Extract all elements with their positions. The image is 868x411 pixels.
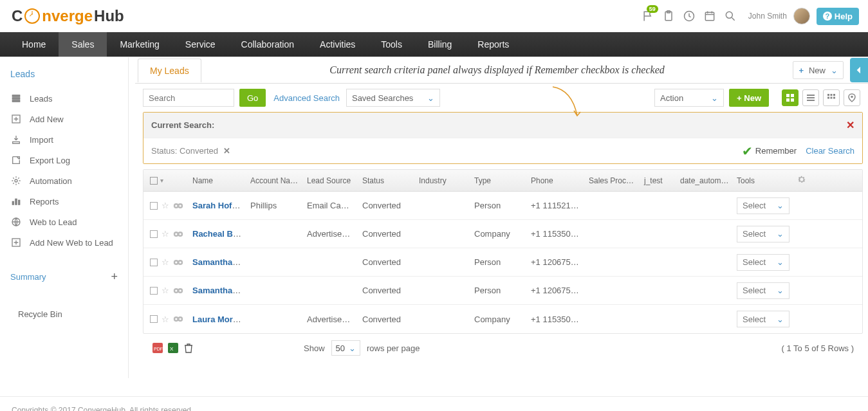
row-tool-select[interactable]: Select⌄ — [737, 254, 790, 271]
sidebar-summary[interactable]: Summary + — [0, 263, 128, 290]
row-checkbox[interactable] — [150, 287, 158, 295]
clipboard-icon[interactable] — [662, 10, 675, 23]
lead-name-link[interactable]: Samantha … — [192, 257, 243, 267]
help-button[interactable]: Help — [817, 8, 859, 25]
th-type[interactable]: Type — [470, 176, 527, 185]
action-select[interactable]: Action ⌄ — [654, 89, 724, 107]
nav-item-reports[interactable]: Reports — [465, 32, 522, 57]
svg-point-36 — [180, 233, 181, 235]
nav-item-sales[interactable]: Sales — [59, 32, 107, 57]
th-date[interactable]: date_autom… — [676, 176, 733, 185]
export-xls-icon[interactable]: X — [167, 342, 179, 354]
sidebar-item-reports[interactable]: Reports — [0, 191, 128, 212]
new-dropdown[interactable]: + New ⌄ — [793, 61, 844, 79]
remember-checkbox[interactable]: ✔ Remember — [742, 146, 797, 156]
th-name[interactable]: Name — [189, 176, 246, 185]
plus-icon[interactable]: + — [111, 270, 118, 284]
owl-icon[interactable] — [173, 202, 183, 210]
nav-item-home[interactable]: Home — [0, 32, 59, 57]
sidebar-item-import[interactable]: Import — [0, 129, 128, 150]
close-icon[interactable]: ✕ — [846, 119, 854, 131]
sidebar-title[interactable]: Leads — [0, 64, 128, 84]
owl-icon[interactable] — [173, 230, 183, 238]
th-status[interactable]: Status — [358, 176, 415, 185]
avatar[interactable] — [793, 8, 810, 24]
export-pdf-icon[interactable]: PDF — [152, 342, 163, 354]
row-tool-select[interactable]: Select⌄ — [737, 282, 790, 299]
bars-icon — [10, 196, 22, 206]
row-tool-select[interactable]: Select⌄ — [737, 197, 790, 214]
nav-item-service[interactable]: Service — [172, 32, 228, 57]
lead-name-link[interactable]: Laura Morgan — [192, 315, 246, 324]
view-map-icon[interactable] — [844, 89, 860, 106]
sidebar-item-export-log[interactable]: Export Log — [0, 150, 128, 170]
sidebar-item-automation[interactable]: Automation — [0, 170, 128, 191]
nav-item-collaboration[interactable]: Collaboration — [228, 32, 308, 57]
collapse-panel-button[interactable] — [850, 58, 868, 82]
th-account[interactable]: Account Name — [246, 176, 303, 185]
go-button[interactable]: Go — [239, 89, 266, 107]
clock-icon[interactable] — [683, 10, 696, 23]
nav-item-activities[interactable]: Activities — [307, 32, 368, 57]
advanced-search-link[interactable]: Advanced Search — [273, 93, 340, 103]
star-icon[interactable]: ☆ — [162, 315, 169, 324]
svg-rect-11 — [15, 199, 17, 205]
lead-name-link[interactable]: Racheal Bev… — [192, 229, 246, 239]
search-input[interactable] — [143, 89, 234, 107]
star-icon[interactable]: ☆ — [162, 229, 169, 239]
row-checkbox[interactable] — [150, 315, 158, 323]
delete-icon[interactable] — [183, 342, 194, 354]
saved-searches-select[interactable]: Saved Searches ⌄ — [346, 89, 440, 107]
svg-point-32 — [180, 205, 181, 206]
page-size-select[interactable]: 50 ⌄ — [331, 340, 360, 356]
new-button[interactable]: + New — [729, 89, 769, 107]
owl-icon[interactable] — [173, 287, 183, 295]
row-tool-select[interactable]: Select⌄ — [737, 226, 790, 242]
owl-icon[interactable] — [173, 315, 183, 323]
sidebar-item-leads[interactable]: Leads — [0, 88, 128, 109]
star-icon[interactable]: ☆ — [162, 257, 169, 267]
th-industry[interactable]: Industry — [415, 176, 470, 185]
row-checkbox[interactable] — [150, 259, 158, 266]
star-icon[interactable]: ☆ — [162, 286, 169, 295]
view-kanban-icon[interactable] — [823, 89, 840, 106]
th-source[interactable]: Lead Source — [303, 176, 358, 185]
nav-item-billing[interactable]: Billing — [415, 32, 465, 57]
svg-rect-18 — [791, 98, 794, 102]
select-all-checkbox[interactable] — [150, 177, 158, 185]
view-grid-icon[interactable] — [782, 89, 799, 106]
nav-item-tools[interactable]: Tools — [368, 32, 415, 57]
star-icon[interactable]: ☆ — [162, 201, 169, 210]
owl-icon[interactable] — [173, 259, 183, 266]
row-checkbox[interactable] — [150, 202, 158, 210]
sidebar-item-web-to-lead[interactable]: Web to Lead — [0, 212, 128, 232]
lead-name-link[interactable]: Sarah Hoffner — [192, 201, 246, 210]
sidebar-recycle-bin[interactable]: Recycle Bin — [0, 303, 128, 325]
nav-item-marketing[interactable]: Marketing — [107, 32, 172, 57]
import-icon — [10, 134, 22, 145]
tab-my-leads[interactable]: My Leads — [138, 59, 201, 82]
row-tool-select[interactable]: Select⌄ — [737, 311, 790, 327]
search-icon[interactable] — [724, 10, 737, 23]
calendar-icon[interactable] — [703, 10, 716, 23]
sidebar-item-add-new[interactable]: Add New — [0, 109, 128, 129]
user-name[interactable]: John Smith — [748, 12, 787, 21]
flag-icon[interactable]: 59 — [642, 10, 654, 23]
cell-source: Advertisement — [303, 315, 358, 324]
view-list-icon[interactable] — [802, 89, 819, 106]
chevron-down-icon[interactable]: ▾ — [160, 177, 163, 184]
gear-icon[interactable] — [792, 174, 811, 187]
svg-rect-22 — [827, 94, 829, 96]
row-checkbox[interactable] — [150, 230, 158, 238]
lead-name-link[interactable]: Samantha p… — [192, 286, 246, 295]
page-footer: Copyrights © 2017 ConvergeHub. All right… — [0, 396, 868, 411]
remove-chip-icon[interactable]: ✕ — [223, 146, 230, 156]
brand-logo[interactable]: C nverge Hub — [12, 7, 124, 25]
th-sales-process[interactable]: Sales Process — [585, 176, 640, 185]
chevron-down-icon: ⌄ — [777, 201, 784, 210]
clear-search-link[interactable]: Clear Search — [806, 146, 854, 156]
th-jtest[interactable]: j_test — [640, 176, 676, 185]
th-phone[interactable]: Phone — [527, 176, 585, 185]
sidebar-item-add-new-web-to-lead[interactable]: Add New Web to Lead — [0, 232, 128, 253]
main-nav: HomeSalesMarketingServiceCollaborationAc… — [0, 32, 868, 57]
